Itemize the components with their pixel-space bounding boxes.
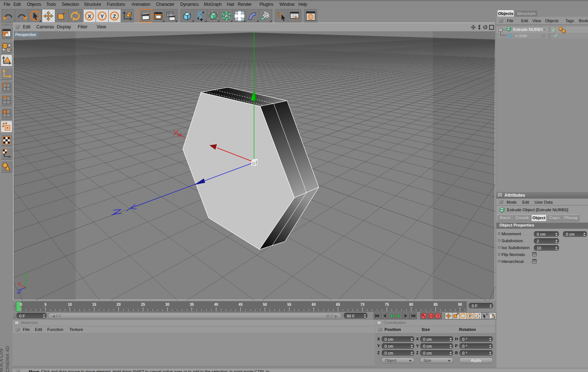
svg-text:?: ? [437,314,439,318]
svg-text:P: P [469,314,472,318]
svg-text:Z: Z [113,13,116,19]
svg-text:X: X [88,13,91,19]
svg-text:?: ? [277,11,281,20]
svg-text:?: ? [294,15,298,21]
svg-text:Y: Y [100,13,104,19]
